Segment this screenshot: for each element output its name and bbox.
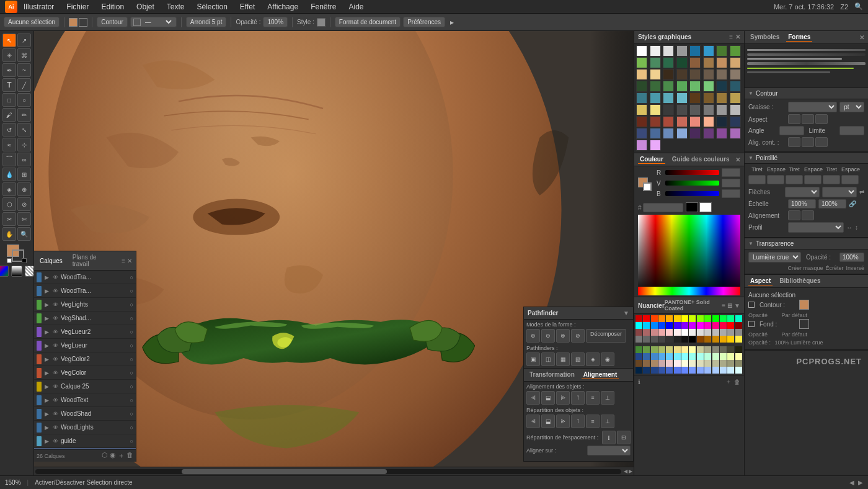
pal-swatch-45[interactable] [658, 336, 665, 343]
style-swatch-54[interactable] [716, 116, 727, 127]
pal-swatch-ext-47[interactable] [674, 367, 681, 374]
style-swatch-11[interactable] [676, 57, 688, 68]
rep-esp-btn-2[interactable]: ⊟ [617, 431, 631, 444]
pal-swatch-1[interactable] [643, 315, 650, 322]
pal-swatch-2[interactable] [651, 315, 658, 322]
graisse-select[interactable] [788, 102, 838, 112]
pal-swatch-39[interactable] [720, 329, 727, 336]
pal-swatch-ext-13[interactable] [735, 346, 742, 353]
style-swatch-7[interactable] [730, 45, 741, 56]
layer-eye-9[interactable]: 👁 [53, 397, 58, 403]
pal-swatch-ext-21[interactable] [689, 353, 696, 360]
style-swatch-45[interactable] [703, 104, 714, 115]
pal-swatch-40[interactable] [727, 329, 734, 336]
opacite-value[interactable]: 100% [263, 17, 288, 27]
nuancier-delete-btn[interactable]: 🗑 [734, 379, 740, 385]
creer-masque-btn[interactable]: Créer masque [787, 265, 823, 271]
style-swatch-17[interactable] [650, 69, 661, 80]
layer-expand-0[interactable]: ▶ [45, 274, 49, 280]
style-swatch-36[interactable] [689, 92, 701, 104]
transparence-mode-select[interactable]: Lumière crue [748, 252, 801, 262]
pal-swatch-32[interactable] [666, 329, 673, 336]
profil-flip-btn[interactable]: ↔ [846, 224, 852, 231]
pal-swatch-ext-34[interactable] [681, 360, 688, 367]
nuancier-menu-btn[interactable]: ▼ [734, 302, 740, 309]
style-swatch-37[interactable] [703, 92, 714, 104]
pal-swatch-ext-28[interactable] [636, 360, 642, 367]
pal-swatch-36[interactable] [697, 329, 704, 336]
pal-swatch-ext-50[interactable] [697, 367, 704, 374]
layer-eye-1[interactable]: 👁 [53, 288, 58, 294]
pal-swatch-7[interactable] [689, 315, 696, 322]
blend-tool[interactable]: ∞ [17, 153, 31, 166]
menu-fenetre[interactable]: Fenêtre [308, 1, 339, 12]
pal-swatch-ext-22[interactable] [697, 353, 704, 360]
pal-swatch-3[interactable] [658, 315, 665, 322]
fill-color-btn[interactable] [69, 18, 78, 27]
layer-expand-2[interactable]: ▶ [45, 302, 49, 308]
warp-tool[interactable]: ≈ [2, 138, 16, 151]
layer-eye-4[interactable]: 👁 [53, 329, 58, 335]
style-swatch-44[interactable] [689, 104, 701, 115]
pal-swatch-10[interactable] [712, 315, 719, 322]
rep-btn-3[interactable]: ⫸ [556, 415, 570, 428]
style-swatch-63[interactable] [730, 128, 741, 139]
layer-expand-11[interactable]: ▶ [45, 424, 49, 431]
menu-illustrator[interactable]: Illustrator [21, 1, 56, 12]
pal-swatch-44[interactable] [651, 336, 658, 343]
rep-btn-4[interactable]: ⊺ [571, 415, 585, 428]
style-swatch-38[interactable] [716, 92, 727, 104]
pal-swatch-21[interactable] [689, 322, 696, 329]
layer-vis-circle-9[interactable]: ○ [130, 397, 133, 403]
rep-btn-5[interactable]: ≡ [586, 415, 600, 428]
color-mode-btn[interactable] [0, 266, 9, 277]
layer-expand-7[interactable]: ▶ [45, 370, 49, 376]
pal-swatch-52[interactable] [712, 336, 719, 343]
pal-swatch-ext-26[interactable] [727, 353, 734, 360]
pal-swatch-5[interactable] [674, 315, 681, 322]
layer-item-8[interactable]: ▶ 👁 Calque 25 ○ [34, 380, 136, 393]
layer-vis-circle-3[interactable]: ○ [130, 315, 133, 321]
pal-swatch-55[interactable] [735, 336, 742, 343]
style-swatch-19[interactable] [676, 69, 688, 80]
pal-swatch-33[interactable] [674, 329, 681, 336]
pal-swatch-ext-27[interactable] [735, 353, 742, 360]
pal-swatch-16[interactable] [651, 322, 658, 329]
ellipse-tool[interactable]: ○ [17, 93, 31, 107]
style-swatch-56[interactable] [636, 128, 647, 139]
pal-swatch-9[interactable] [704, 315, 711, 322]
style-swatch-30[interactable] [716, 81, 727, 92]
inverse-btn[interactable]: Inversé [846, 265, 864, 271]
tab-transformation[interactable]: Transformation [528, 370, 577, 379]
style-swatch-52[interactable] [689, 116, 701, 127]
pal-swatch-ext-41[interactable] [735, 360, 742, 367]
pf-btn-1[interactable]: ▣ [526, 352, 540, 366]
pal-swatch-ext-29[interactable] [643, 360, 650, 367]
scroll-right-btn[interactable]: ▶ [629, 469, 632, 474]
style-swatch-27[interactable] [676, 81, 688, 92]
tab-plans-travail[interactable]: Plans de travail [71, 253, 115, 268]
pal-swatch-ext-24[interactable] [712, 353, 719, 360]
freeform-tool[interactable]: ⁀ [2, 153, 16, 166]
ecreter-btn[interactable]: Écrêter [825, 265, 843, 271]
pal-swatch-23[interactable] [704, 322, 711, 329]
pal-swatch-ext-16[interactable] [651, 353, 658, 360]
layer-expand-4[interactable]: ▶ [45, 329, 49, 335]
pal-swatch-48[interactable] [681, 336, 688, 343]
pal-swatch-53[interactable] [720, 336, 727, 343]
style-swatch-15[interactable] [730, 57, 741, 68]
pal-swatch-ext-36[interactable] [697, 360, 704, 367]
scissors-tool[interactable]: ✄ [17, 212, 31, 226]
contour-swatch[interactable] [133, 19, 141, 26]
style-swatch-32[interactable] [636, 92, 647, 104]
pencil-tool[interactable]: ✏ [17, 108, 31, 122]
style-swatch-29[interactable] [703, 81, 714, 92]
pal-swatch-15[interactable] [643, 322, 650, 329]
menu-texte[interactable]: Texte [164, 1, 187, 12]
tab-aspect[interactable]: Aspect [748, 277, 773, 285]
angle-input[interactable] [779, 126, 804, 135]
line-tool[interactable]: ╱ [17, 78, 31, 92]
style-swatch-35[interactable] [676, 92, 688, 104]
pal-swatch-ext-38[interactable] [712, 360, 719, 367]
tab-couleur[interactable]: Couleur [638, 155, 665, 164]
